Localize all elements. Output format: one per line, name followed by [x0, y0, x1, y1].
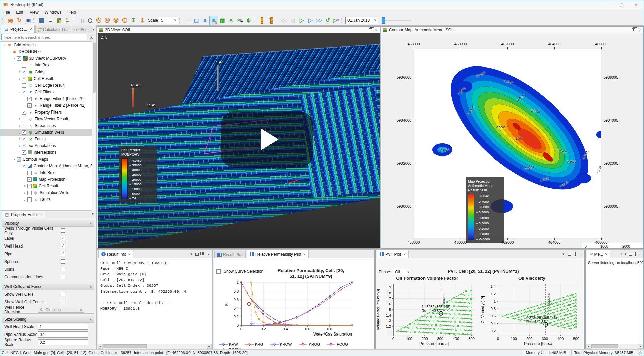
view-west-button[interactable]: Ⓦ [112, 16, 120, 25]
expander-icon[interactable]: › [17, 143, 22, 148]
tree-item[interactable]: ≡Info Box [0, 62, 96, 69]
view3d-viewport[interactable]: Z: 5 R_A2R_A3R_A5 Cell Results: MOBPORV … [98, 33, 380, 248]
well-disk-results-button[interactable]: ψ [244, 16, 253, 25]
horizontal-scrollbar[interactable]: ◄► [586, 344, 643, 349]
pin-icon[interactable] [202, 252, 205, 256]
tree-item[interactable]: ≡Info Box [0, 169, 96, 176]
tree-checkbox[interactable] [17, 56, 21, 61]
maximize-button[interactable]: ▢ [614, 0, 629, 9]
contour-map-canvas[interactable]: 0.10000.10000.30000.20000.60000.70000.50… [382, 33, 643, 248]
tree-checkbox[interactable] [27, 191, 32, 195]
tree-checkbox[interactable] [27, 197, 32, 202]
tree-checkbox[interactable] [22, 83, 26, 88]
close-icon[interactable]: × [40, 212, 42, 217]
tree-item[interactable]: ›□Cell Edge Result [0, 82, 96, 89]
draw-style-surface-button[interactable]: ■ [201, 16, 209, 25]
close-icon[interactable]: × [128, 252, 130, 257]
tree-item[interactable]: ›3D View: MOBPORV [0, 55, 96, 62]
reload-case-button[interactable]: ↻ [15, 16, 24, 25]
expander-icon[interactable]: › [17, 117, 22, 121]
view-up-button[interactable]: ↥ [138, 16, 147, 25]
property-checkbox[interactable] [61, 259, 65, 264]
close-icon[interactable]: × [303, 252, 306, 257]
tab-property-editor[interactable]: ▤ Property Editor × [2, 210, 45, 218]
property-checkbox[interactable] [61, 228, 65, 233]
expander-icon[interactable]: › [17, 90, 22, 94]
menu-windows[interactable]: Windows [42, 9, 65, 15]
measure-polyline-button[interactable]: ( [266, 16, 275, 25]
tree-checkbox[interactable] [27, 171, 32, 175]
timestep-select[interactable]: 01.Jan 2018∨ [345, 17, 378, 24]
float-window-icon[interactable] [568, 253, 571, 256]
tree-item[interactable]: ›Contour Map: Arithmetic Mean, SOIL [0, 163, 96, 169]
property-select[interactable]: K - Direction∨ [38, 307, 84, 313]
timestep-slider[interactable] [381, 17, 411, 24]
view-down-button[interactable]: ↧ [129, 16, 138, 25]
tree-checkbox[interactable] [27, 177, 32, 182]
tree-checkbox[interactable] [22, 144, 26, 148]
expander-icon[interactable]: › [12, 56, 17, 61]
tree-item[interactable]: ▼Range Filter 1 [I-slice 20] [0, 95, 96, 102]
property-checkbox[interactable] [61, 267, 65, 271]
tree-item[interactable]: ›Cell Result [0, 75, 96, 82]
fault-labels-button[interactable]: ×L [235, 16, 244, 25]
tree-item[interactable]: ›×Faults [0, 196, 96, 203]
legend-entry-krow[interactable]: KROW [270, 342, 292, 346]
property-checkbox[interactable] [61, 236, 65, 240]
resinsight-home-button[interactable]: ≋ [6, 16, 15, 25]
dock-menu-icon[interactable]: ▾ [92, 212, 94, 216]
draw-style-lines-button[interactable]: □ [183, 16, 192, 25]
tree-checkbox[interactable] [27, 103, 32, 108]
menu-help[interactable]: Help [64, 9, 79, 15]
expander-icon[interactable]: › [17, 83, 22, 88]
close-icon[interactable]: × [605, 252, 607, 257]
expander-icon[interactable]: › [22, 184, 27, 188]
animation-step-back-button[interactable]: ◁ [288, 16, 297, 25]
close-icon[interactable]: × [30, 27, 32, 32]
animation-play-button[interactable]: ▷ [297, 16, 306, 25]
animation-settings-button[interactable]: ▷⚙ [332, 16, 341, 25]
view-south-button[interactable]: Ⓢ [94, 16, 103, 25]
tree-item[interactable]: ›×Faults [0, 136, 96, 142]
tree-scrollbar[interactable] [92, 41, 96, 211]
contour-map-title-bar[interactable]: Contour Map: Arithmetic Mean, SOIL × [381, 27, 643, 33]
view3d-title-bar[interactable]: 3D View: SOIL × [97, 27, 380, 33]
menu-view[interactable]: View [26, 9, 42, 15]
expander-icon[interactable]: › [2, 43, 7, 47]
tree-checkbox[interactable] [22, 117, 26, 121]
search-clear-button[interactable]: X [88, 34, 95, 40]
tree-item[interactable]: ▼Property Filters [0, 109, 96, 116]
tree-checkbox[interactable] [22, 70, 26, 74]
restore-window-icon[interactable] [369, 28, 372, 31]
property-checkbox[interactable] [61, 244, 65, 248]
close-icon[interactable]: × [208, 252, 210, 256]
section-header[interactable]: Well Cells and Fence∧ [2, 283, 94, 290]
split-view-button[interactable]: ◫ [77, 16, 86, 25]
tree-checkbox[interactable] [22, 130, 26, 135]
legend-entry-krw[interactable]: KRW [219, 342, 238, 346]
expander-icon[interactable]: › [17, 130, 22, 135]
float-window-icon[interactable] [195, 253, 199, 256]
close-button[interactable]: × [629, 0, 644, 9]
window-layout-button[interactable] [46, 16, 55, 25]
draw-style-mesh-button[interactable]: ▨ [192, 16, 201, 25]
tree-item[interactable]: ›Cell Result [0, 183, 96, 189]
video-play-button[interactable] [221, 111, 313, 168]
tab-result-plot[interactable]: Result Plot [214, 251, 246, 258]
tree-search-input[interactable] [1, 34, 87, 40]
tree-item[interactable]: ›×Streamlines [0, 122, 96, 129]
tree-checkbox[interactable] [22, 110, 26, 115]
resize-grip[interactable] [638, 351, 642, 355]
tree-item[interactable]: Map Projection [0, 176, 96, 183]
tree-checkbox[interactable] [22, 137, 26, 141]
tree-checkbox[interactable] [22, 90, 26, 94]
zoom-all-button[interactable] [86, 16, 94, 25]
tree-item[interactable]: ▼Range Filter 2 [J-slice 41] [0, 102, 96, 109]
animation-skip-to-start-button[interactable]: ◁◁ [280, 16, 288, 25]
expander-icon[interactable]: › [12, 157, 17, 162]
scale-select[interactable]: 5∨ [159, 17, 178, 24]
save-project-button[interactable]: ▣ [24, 16, 33, 25]
expander-icon[interactable]: › [17, 70, 22, 74]
log-filter-icon[interactable]: E ▾ [621, 252, 627, 256]
expander-icon[interactable]: › [17, 164, 22, 168]
